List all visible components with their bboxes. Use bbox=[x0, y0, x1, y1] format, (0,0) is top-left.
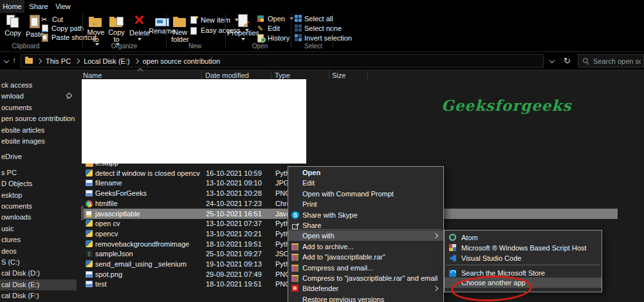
sidebar-item[interactable]: ebsite articles bbox=[0, 125, 77, 136]
move-to-button[interactable]: ← Move to bbox=[86, 14, 106, 46]
column-divider[interactable] bbox=[201, 71, 202, 79]
sidebar-item[interactable]: ck access bbox=[0, 80, 77, 91]
file-name: htmlfile bbox=[95, 198, 118, 209]
paste-icon bbox=[28, 14, 42, 30]
sidebar-item[interactable]: s PC bbox=[0, 167, 77, 178]
copy-to-icon bbox=[109, 17, 124, 28]
properties-button[interactable]: Properties bbox=[230, 14, 256, 41]
sidebar-item[interactable]: cal Disk (D:) bbox=[0, 268, 77, 279]
select-all-icon bbox=[295, 15, 302, 22]
sidebar-item[interactable]: ctures bbox=[0, 234, 77, 245]
new-folder-icon bbox=[173, 16, 187, 28]
copy-to-button[interactable]: Copy to bbox=[107, 14, 126, 46]
file-date-modified: 16-10-2021 10:59 bbox=[206, 168, 262, 178]
menu-item-label: Add to "javascriptlable.rar" bbox=[302, 252, 385, 262]
copy-path-button[interactable]: Copy path bbox=[41, 24, 84, 32]
column-header-name[interactable]: Name bbox=[83, 71, 102, 79]
sidebar-item[interactable]: usic bbox=[0, 223, 77, 234]
column-header-date-modified[interactable]: Date modified bbox=[205, 71, 249, 79]
menu-item[interactable]: Add to archive... bbox=[288, 241, 443, 252]
winrar-icon bbox=[291, 243, 299, 250]
menu-item[interactable]: Edit bbox=[288, 178, 443, 188]
select-all-button[interactable]: Select all bbox=[295, 14, 333, 23]
menu-item[interactable]: Atom bbox=[445, 232, 602, 243]
menu-item[interactable]: Open with bbox=[288, 231, 443, 241]
up-arrow-icon[interactable]: ↑ bbox=[12, 56, 16, 65]
menu-item[interactable]: Search the Microsoft Store bbox=[445, 268, 602, 278]
column-divider[interactable] bbox=[271, 71, 271, 79]
file-date-modified: 13-10-2021 09:10 bbox=[206, 178, 262, 188]
menu-item[interactable]: Bitdefender bbox=[288, 283, 443, 294]
breadcrumb-item[interactable]: This PC bbox=[46, 57, 71, 65]
column-divider[interactable] bbox=[367, 71, 368, 79]
copy-path-label: Copy path bbox=[51, 24, 84, 32]
winrar-icon bbox=[291, 275, 299, 282]
breadcrumb-item[interactable]: Local Disk (E:) bbox=[84, 57, 130, 65]
sidebar-item-label: ck access bbox=[1, 81, 32, 89]
refresh-icon[interactable]: ↻ bbox=[564, 56, 571, 66]
sidebar-item[interactable]: ocuments bbox=[0, 102, 77, 113]
sidebar-item-label: pen source contribution bbox=[1, 115, 75, 122]
menu-item[interactable]: Share with Skype bbox=[288, 210, 443, 220]
sidebar-item[interactable]: ebsite images bbox=[0, 136, 77, 147]
file-date-modified: 13-10-2021 20:21 bbox=[206, 229, 262, 239]
file-name: removebackgroundfromimage bbox=[95, 239, 189, 249]
open-button[interactable]: Open bbox=[257, 14, 293, 23]
search-input[interactable] bbox=[593, 57, 641, 65]
sidebar-item[interactable]: ocuments bbox=[0, 201, 77, 212]
sidebar-item[interactable]: esktop bbox=[0, 190, 77, 201]
select-none-button[interactable]: Select none bbox=[295, 24, 342, 32]
tab-view[interactable]: View bbox=[51, 0, 75, 13]
new-folder-button[interactable]: New folder bbox=[170, 14, 190, 43]
menu-item[interactable]: Compress and email... bbox=[288, 263, 443, 273]
new-folder-label: New folder bbox=[170, 29, 190, 43]
column-header-size[interactable]: Size bbox=[332, 71, 345, 79]
wsh-icon bbox=[449, 244, 456, 251]
sidebar-item-label: ebsite images bbox=[1, 137, 45, 145]
ribbon-separator bbox=[166, 14, 167, 48]
menu-item[interactable]: Microsoft ® Windows Based Script Host bbox=[445, 243, 602, 253]
copy-button[interactable]: Copy bbox=[3, 14, 23, 37]
file-date-modified: 29-09-2021 07:49 bbox=[206, 269, 262, 279]
file-name: sampleJson bbox=[95, 249, 133, 259]
column-divider[interactable] bbox=[329, 71, 329, 79]
sidebar-item[interactable]: cal Disk (E:) bbox=[0, 279, 77, 290]
sidebar-item[interactable]: pen source contribution bbox=[0, 113, 77, 124]
menu-item-label: Microsoft ® Windows Based Script Host bbox=[461, 243, 587, 253]
sidebar-item[interactable]: deos bbox=[0, 246, 77, 257]
tab-share[interactable]: Share bbox=[26, 0, 51, 13]
address-dropdown-chevron-icon[interactable] bbox=[549, 58, 555, 63]
sidebar-scrollbar-thumb[interactable] bbox=[81, 206, 84, 220]
menu-item[interactable]: Open bbox=[288, 167, 443, 178]
edit-button[interactable]: Edit bbox=[257, 24, 280, 32]
file-date-modified: 25-10-2021 09:27 bbox=[206, 249, 262, 259]
recent-locations-chevron-icon[interactable] bbox=[4, 58, 9, 63]
menu-item[interactable]: Add to "javascriptlable.rar" bbox=[288, 252, 443, 262]
context-menu: OpenEditOpen with Command PromptPrintSha… bbox=[288, 166, 444, 302]
menu-separator bbox=[446, 265, 600, 265]
menu-item[interactable]: Print bbox=[288, 199, 443, 209]
sidebar-item[interactable]: D Objects bbox=[0, 178, 77, 189]
menu-item[interactable]: Compress to "javascriptlable.rar" and em… bbox=[288, 273, 443, 283]
sidebar-item-label: esktop bbox=[1, 191, 22, 199]
sidebar-item[interactable]: cal Disk (F:) bbox=[0, 290, 77, 301]
sidebar-item[interactable]: ownloads bbox=[0, 212, 77, 223]
menu-item[interactable]: Restore previous versions bbox=[288, 294, 443, 302]
invert-selection-button[interactable]: Invert selection bbox=[295, 33, 352, 42]
tab-home[interactable]: Home bbox=[0, 0, 24, 13]
sidebar-item[interactable]: S (C:) bbox=[0, 257, 77, 268]
atom-icon bbox=[449, 234, 456, 241]
breadcrumb[interactable]: This PC Local Disk (E:) open source cont… bbox=[21, 54, 544, 68]
menu-item[interactable]: Visual Studio Code bbox=[445, 253, 602, 263]
sidebar-item[interactable]: eDrive bbox=[0, 151, 77, 162]
breadcrumb-item[interactable]: open source contribution bbox=[143, 57, 220, 65]
sidebar-item-label: eDrive bbox=[1, 153, 22, 160]
file-name: test bbox=[95, 279, 107, 289]
column-header-type[interactable]: Type bbox=[275, 71, 290, 79]
cut-button[interactable]: Cut bbox=[41, 15, 63, 23]
menu-item[interactable]: Open with Command Prompt bbox=[288, 189, 443, 199]
vscode-icon bbox=[449, 254, 457, 262]
file-name: spot.png bbox=[95, 269, 122, 279]
sidebar-item[interactable]: wnload bbox=[0, 91, 77, 102]
history-button[interactable]: History bbox=[257, 33, 290, 42]
